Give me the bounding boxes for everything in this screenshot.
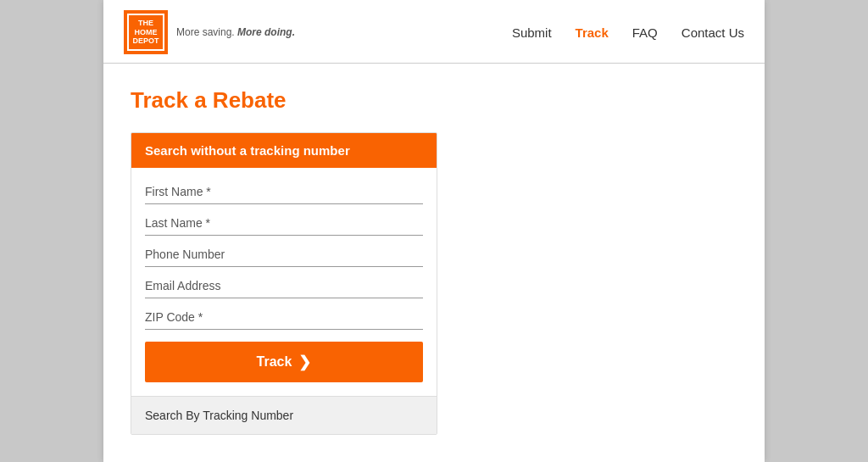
page-title: Track a Rebate — [131, 87, 737, 114]
header: THEHOMEDEPOT More saving. More doing. Su… — [103, 0, 765, 64]
track-button-label: Track — [257, 354, 292, 370]
logo-icon: THEHOMEDEPOT — [127, 14, 164, 51]
email-address-field — [145, 270, 423, 298]
main-nav: Submit Track FAQ Contact Us — [512, 25, 744, 40]
email-address-input[interactable] — [145, 270, 423, 298]
logo-box: THEHOMEDEPOT — [124, 10, 168, 54]
page-wrapper: THEHOMEDEPOT More saving. More doing. Su… — [103, 0, 765, 462]
logo-area: THEHOMEDEPOT More saving. More doing. — [124, 10, 295, 54]
zip-code-field — [145, 302, 423, 330]
nav-item-track[interactable]: Track — [576, 25, 609, 40]
zip-code-input[interactable] — [145, 302, 423, 330]
search-by-tracking-number[interactable]: Search By Tracking Number — [131, 396, 437, 434]
search-card: Search without a tracking number — [131, 132, 437, 435]
track-button[interactable]: Track ❯ — [145, 342, 423, 382]
first-name-field — [145, 176, 423, 204]
nav-item-contact-us[interactable]: Contact Us — [682, 25, 744, 40]
nav-item-faq[interactable]: FAQ — [632, 25, 658, 40]
phone-number-input[interactable] — [145, 239, 423, 267]
main-content: Track a Rebate Search without a tracking… — [103, 64, 765, 462]
last-name-input[interactable] — [145, 208, 423, 236]
last-name-field — [145, 208, 423, 236]
phone-number-field — [145, 239, 423, 267]
logo-tagline: More saving. More doing. — [176, 26, 295, 38]
track-arrow-icon: ❯ — [298, 353, 311, 371]
nav-item-submit[interactable]: Submit — [512, 25, 552, 40]
first-name-input[interactable] — [145, 176, 423, 204]
card-header: Search without a tracking number — [131, 133, 437, 168]
card-body: Track ❯ — [131, 168, 437, 396]
